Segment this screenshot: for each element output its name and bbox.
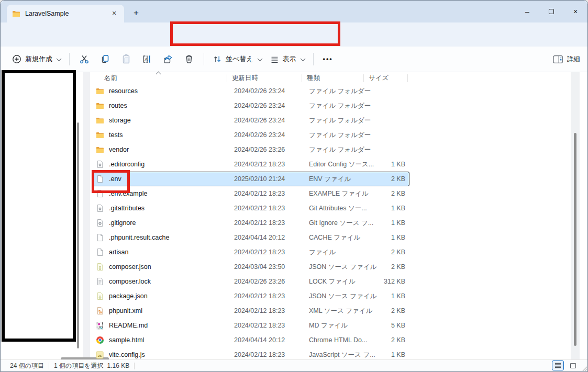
- file-name: phpunit.xml: [109, 307, 142, 314]
- file-row[interactable]: resources 2024/02/26 23:24 ファイル フォルダー: [92, 84, 409, 98]
- scissors-icon: [79, 54, 90, 64]
- file-date: 2025/02/10 21:24: [229, 175, 304, 183]
- file-rows: resources 2024/02/26 23:24 ファイル フォルダー ro…: [91, 84, 580, 362]
- file-row[interactable]: .gitattributes 2024/02/12 18:23 Git Attr…: [92, 201, 409, 216]
- file-row[interactable]: .env.example 2024/02/12 18:23 EXAMPLE ファ…: [92, 186, 409, 201]
- file-size: 1 KB: [365, 351, 409, 358]
- details-pane-button[interactable]: 詳細: [553, 55, 580, 64]
- file-type: JSON ソース ファイル: [304, 263, 365, 272]
- file-size: 312 KB: [365, 278, 409, 285]
- file-row[interactable]: .phpunit.result.cache 2024/04/14 20:12 C…: [92, 230, 409, 245]
- file-name-cell: .editorconfig: [93, 157, 229, 171]
- delete-button[interactable]: [179, 51, 199, 67]
- sidebar-vertical-scrollbar[interactable]: [77, 122, 79, 348]
- file-row[interactable]: vendor 2024/02/26 23:26 ファイル フォルダー: [92, 142, 409, 157]
- explorer-tab[interactable]: LaravelSample ×: [7, 5, 124, 22]
- file-row[interactable]: artisan 2024/02/12 18:23 ファイル 2 KB: [92, 245, 409, 260]
- file-name-cell: {} package.json: [93, 289, 229, 303]
- column-header-date[interactable]: 更新日時: [227, 74, 302, 83]
- column-divider[interactable]: [302, 74, 302, 82]
- file-name: composer.lock: [109, 278, 151, 285]
- column-divider[interactable]: [227, 74, 227, 82]
- column-headers: 名前 更新日時 種類 サイズ: [91, 72, 580, 84]
- file-type: JavaScript ソース フ...: [304, 351, 365, 359]
- file-type: XML ソース ファイル: [304, 307, 365, 315]
- copy-button[interactable]: [95, 51, 116, 67]
- file-date: 2024/02/12 18:23: [229, 351, 304, 358]
- list-scrollbar-track[interactable]: [571, 72, 580, 360]
- file-type: CACHE ファイル: [304, 233, 365, 242]
- rename-icon: A: [142, 54, 152, 64]
- file-name-cell: {} composer.json: [93, 260, 229, 274]
- file-date: 2024/02/12 18:23: [229, 292, 304, 300]
- file-size: 1 KB: [365, 234, 409, 241]
- navigation-bar: ← → ↑ PC Windows (C:) Laravel LaravelSam…: [1, 22, 587, 47]
- share-button[interactable]: [158, 51, 179, 67]
- file-row[interactable]: .editorconfig 2024/02/12 18:23 Editor Co…: [92, 157, 409, 172]
- status-divider: [49, 363, 49, 369]
- file-name: vendor: [109, 146, 129, 153]
- cut-button[interactable]: [74, 51, 95, 67]
- file-row[interactable]: tests 2024/02/26 23:24 ファイル フォルダー: [92, 128, 409, 142]
- file-name: routes: [109, 102, 127, 109]
- more-options-button[interactable]: •••: [318, 55, 338, 63]
- file-date: 2024/04/14 20:12: [229, 234, 304, 241]
- list-scrollbar-thumb[interactable]: [574, 133, 576, 346]
- file-date: 2024/02/12 18:23: [229, 161, 304, 168]
- file-type: ファイル フォルダー: [304, 131, 365, 140]
- file-date: 2024/02/26 23:24: [229, 117, 304, 124]
- blank-document-icon: [95, 189, 104, 198]
- file-row[interactable]: README.md 2024/02/12 18:23 MD ファイル 5 KB: [92, 318, 409, 333]
- file-name-cell: .phpunit.result.cache: [93, 231, 229, 244]
- folder-icon: [95, 131, 104, 140]
- file-row[interactable]: phpunit.xml 2024/02/12 18:23 XML ソース ファイ…: [92, 303, 409, 318]
- file-row[interactable]: {} package.json 2024/02/12 18:23 JSON ソー…: [92, 289, 409, 303]
- details-view-toggle[interactable]: [552, 360, 564, 370]
- file-date: 2024/02/12 18:23: [229, 205, 304, 212]
- file-size: 1 KB: [365, 219, 409, 227]
- blank-document-icon: [95, 233, 104, 242]
- file-row[interactable]: .gitignore 2024/02/12 18:23 Git Ignore ソ…: [92, 216, 409, 230]
- file-row[interactable]: sample.html 2024/04/14 20:12 Chrome HTML…: [92, 333, 409, 347]
- view-button[interactable]: 表示: [266, 51, 309, 67]
- minimize-button[interactable]: –: [515, 1, 539, 22]
- folder-icon: [95, 145, 104, 154]
- file-row[interactable]: composer.lock 2024/02/26 23:26 LOCK ファイル…: [92, 274, 409, 289]
- plus-circle-icon: [12, 54, 21, 64]
- maximize-button[interactable]: [539, 1, 563, 22]
- file-name-cell: routes: [93, 99, 229, 112]
- selection-count: 1 個の項目を選択: [54, 362, 104, 370]
- navigation-pane: [1, 72, 91, 360]
- resize-grip-icon[interactable]: [581, 365, 587, 371]
- file-name-cell: composer.lock: [93, 275, 229, 288]
- file-name-cell: .gitignore: [93, 216, 229, 230]
- new-button[interactable]: 新規作成: [8, 51, 65, 67]
- paste-button[interactable]: [116, 51, 137, 67]
- file-name: .editorconfig: [109, 161, 145, 168]
- file-size: 1 KB: [365, 161, 409, 168]
- file-row[interactable]: .env 2025/02/10 21:24 ENV ファイル 2 KB: [92, 172, 409, 186]
- file-row[interactable]: routes 2024/02/26 23:24 ファイル フォルダー: [92, 98, 409, 113]
- file-name-cell: artisan: [93, 245, 229, 259]
- toolbar-divider: [69, 53, 70, 65]
- file-name-cell: phpunit.xml: [93, 304, 229, 318]
- sort-button[interactable]: 並べ替え: [208, 51, 266, 67]
- file-date: 2024/02/12 18:23: [229, 190, 304, 197]
- file-type: ENV ファイル: [304, 175, 365, 184]
- rename-button[interactable]: A: [137, 51, 158, 67]
- thumbnail-view-toggle[interactable]: [567, 360, 579, 370]
- chrome-html-icon: [95, 336, 104, 345]
- file-name: .env.example: [109, 190, 147, 197]
- column-divider[interactable]: [363, 74, 364, 82]
- file-size: 2 KB: [365, 307, 409, 314]
- close-button[interactable]: ×: [563, 1, 587, 22]
- file-name: README.md: [109, 322, 148, 329]
- tab-close-button[interactable]: ×: [109, 9, 119, 18]
- file-row[interactable]: storage 2024/02/26 23:24 ファイル フォルダー: [92, 113, 409, 128]
- column-header-type[interactable]: 種類: [302, 74, 363, 83]
- column-header-size[interactable]: サイズ: [363, 74, 407, 83]
- column-divider[interactable]: [407, 74, 408, 82]
- file-name: package.json: [109, 292, 148, 300]
- new-tab-button[interactable]: +: [129, 6, 143, 20]
- file-row[interactable]: {} composer.json 2024/03/04 23:50 JSON ソ…: [92, 260, 409, 274]
